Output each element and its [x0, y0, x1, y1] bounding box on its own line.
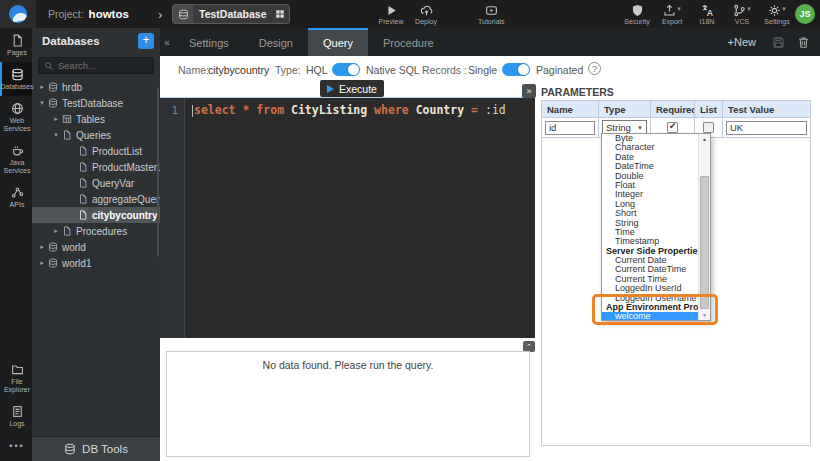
- hql-option-label: HQL: [306, 64, 328, 76]
- sql-token: from: [256, 103, 284, 117]
- topbar-action-preview[interactable]: Preview: [378, 4, 404, 25]
- page-icon: [11, 34, 24, 47]
- tab-design[interactable]: Design: [244, 28, 308, 56]
- topbar-action-tutorials[interactable]: Tutorials: [478, 4, 505, 25]
- app-logo[interactable]: [0, 0, 36, 28]
- top-bar: Project: howtos › TestDatabase PreviewDe…: [0, 0, 820, 28]
- tab-spacer: [449, 28, 718, 56]
- tab-settings[interactable]: Settings: [174, 28, 244, 56]
- required-checkbox[interactable]: [667, 122, 678, 133]
- sidebar-item-apis[interactable]: APIs: [0, 180, 32, 214]
- param-name-input[interactable]: [545, 121, 595, 135]
- icon-wrap: [631, 4, 644, 17]
- list-checkbox[interactable]: [703, 122, 714, 133]
- topbar-action-export[interactable]: ▾Export: [659, 4, 685, 25]
- sidebar-item-pages[interactable]: Pages: [0, 28, 32, 62]
- sql-code[interactable]: select * from CityListing where Country …: [185, 98, 535, 338]
- rail-item-label: Java Services: [2, 159, 32, 175]
- tree-item-productmasterlist[interactable]: ProductMasterList: [32, 159, 160, 175]
- log-icon: [11, 405, 24, 418]
- sql-token: =: [471, 103, 478, 117]
- execute-button[interactable]: Execute: [320, 80, 384, 97]
- sql-type-toggle[interactable]: [332, 63, 360, 76]
- chevron-collapsed-icon[interactable]: ▸: [50, 227, 62, 235]
- topbar-action-security[interactable]: Security: [624, 4, 650, 25]
- new-query-button[interactable]: +New: [718, 28, 766, 56]
- dropdown-option-welcome[interactable]: welcome: [602, 312, 698, 320]
- search-input[interactable]: [58, 60, 148, 71]
- chevron-collapsed-icon[interactable]: ▸: [36, 259, 48, 267]
- file-icon: [78, 146, 88, 156]
- sql-token: where: [374, 103, 409, 117]
- chevron-collapsed-icon[interactable]: ▸: [36, 243, 48, 251]
- sql-editor: 1 select * from CityListing where Countr…: [160, 97, 535, 338]
- scroll-down-icon[interactable]: ▼: [699, 310, 710, 320]
- chevron-collapsed-icon[interactable]: ▸: [36, 83, 48, 91]
- user-avatar[interactable]: JS: [795, 4, 815, 24]
- chevron-expanded-icon[interactable]: ▾: [36, 99, 48, 107]
- grid-icon[interactable]: [271, 9, 289, 19]
- paginated-option-label: Paginated: [536, 64, 583, 76]
- save-icon[interactable]: [766, 28, 791, 56]
- vcs-icon: [733, 4, 746, 17]
- dropdown-scrollbar[interactable]: ▲ ▼: [698, 134, 710, 320]
- db-tools-label: DB Tools: [82, 443, 128, 455]
- tab-query[interactable]: Query: [308, 28, 368, 56]
- chevron-expanded-icon[interactable]: ▾: [50, 131, 62, 139]
- tree-item-procedures[interactable]: ▸Procedures: [32, 223, 160, 239]
- tree-item-label: Procedures: [76, 226, 127, 237]
- globe-icon: [11, 102, 24, 115]
- cloud-up-icon: [420, 4, 433, 17]
- sql-token: select: [194, 103, 236, 117]
- tree-item-world[interactable]: ▸world: [32, 239, 160, 255]
- sidebar-item-file-explorer[interactable]: File Explorer: [0, 357, 32, 399]
- chevron-collapsed-icon[interactable]: ▸: [50, 115, 62, 123]
- scroll-up-icon[interactable]: ▲: [699, 134, 710, 144]
- trash-icon[interactable]: [791, 28, 816, 56]
- tree-scrollbar[interactable]: [157, 87, 159, 257]
- play-icon: [327, 85, 334, 93]
- topbar-action-settings[interactable]: ▾Settings: [764, 4, 790, 25]
- tree-item-aggregatequery[interactable]: aggregateQuery: [32, 191, 160, 207]
- left-icon-rail: PagesDatabasesWeb ServicesJava ServicesA…: [0, 28, 32, 461]
- param-test-value-input[interactable]: [726, 121, 807, 135]
- database-selector[interactable]: TestDatabase: [172, 4, 290, 24]
- tree-item-queries[interactable]: ▾Queries: [32, 127, 160, 143]
- db-tools-button[interactable]: DB Tools: [32, 436, 160, 461]
- tree-item-testdatabase[interactable]: ▾TestDatabase: [32, 95, 160, 111]
- sql-token: [409, 103, 416, 117]
- records-toggle[interactable]: [502, 63, 530, 76]
- sidebar-item-web-services[interactable]: Web Services: [0, 96, 32, 138]
- action-label: I18N: [700, 18, 715, 25]
- tree-item-citybycountry[interactable]: citybycountry: [32, 207, 160, 223]
- parameters-header-row: Name Type Required List Test Value: [542, 101, 810, 118]
- expand-parameters-button[interactable]: »: [522, 84, 536, 98]
- chevron-down-icon: ▾: [747, 4, 751, 14]
- tree-item-world1[interactable]: ▸world1: [32, 255, 160, 271]
- trash-icon: [797, 36, 810, 49]
- tree-item-productlist[interactable]: ProductList: [32, 143, 160, 159]
- sidebar-item-java-services[interactable]: Java Services: [0, 138, 32, 180]
- collapse-panel-button[interactable]: «: [160, 28, 174, 56]
- folder-icon: [11, 363, 24, 376]
- type-label: Type:: [275, 64, 301, 76]
- topbar-action-deploy[interactable]: Deploy: [413, 4, 439, 25]
- tree-item-queryvar[interactable]: QueryVar: [32, 175, 160, 191]
- tree-item-hrdb[interactable]: ▸hrdb: [32, 79, 160, 95]
- i18n-icon: A: [701, 4, 714, 17]
- more-options-button[interactable]: •••: [0, 433, 32, 461]
- add-database-button[interactable]: +: [138, 33, 154, 49]
- sql-token: [284, 103, 291, 117]
- sidebar-item-databases[interactable]: Databases: [0, 62, 32, 96]
- chevron-down-icon: ▾: [782, 4, 786, 14]
- native-sql-option-label: Native SQL: [366, 64, 420, 76]
- help-icon[interactable]: ?: [588, 62, 601, 75]
- tree-item-label: TestDatabase: [62, 98, 123, 109]
- topbar-action-vcs[interactable]: ▾VCS: [729, 4, 755, 25]
- topbar-action-i18n[interactable]: AI18N: [694, 4, 720, 25]
- tab-procedure[interactable]: Procedure: [368, 28, 449, 56]
- tree-item-tables[interactable]: ▸Tables: [32, 111, 160, 127]
- file-icon: [62, 130, 72, 140]
- scrollbar-thumb[interactable]: [700, 176, 709, 309]
- sidebar-item-logs[interactable]: Logs: [0, 399, 32, 433]
